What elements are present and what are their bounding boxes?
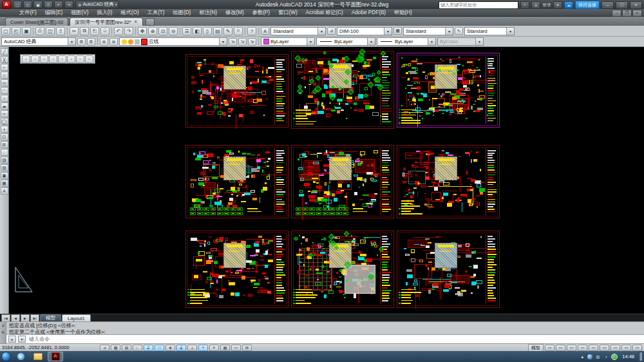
quick-calc-icon[interactable]: ⌗ — [234, 27, 243, 35]
mleader-style-dropdown[interactable]: Standard ▾ — [464, 27, 515, 35]
performance-tuner-button[interactable]: ▭ — [621, 345, 631, 351]
table-icon[interactable]: ▦ — [1, 180, 8, 187]
toolbar-icon-3[interactable]: ▫ — [40, 55, 48, 63]
stay-connected-button[interactable]: 保持连接 — [575, 1, 600, 9]
properties-icon[interactable]: ☰ — [182, 27, 191, 35]
tab-layout1[interactable]: Layout1 — [62, 314, 91, 322]
chevron-down-icon[interactable]: ▾ — [219, 38, 227, 45]
new-tab-button[interactable] — [146, 18, 155, 26]
redo-icon[interactable]: ↷ — [124, 27, 133, 35]
menu-item[interactable]: 编辑(E) — [45, 9, 62, 16]
open-icon[interactable]: ◰ — [23, 1, 32, 8]
command-recent-icon[interactable]: ▸ — [8, 336, 16, 343]
make-block-icon[interactable]: ⊞ — [1, 141, 8, 148]
new-icon[interactable]: ▢ — [1, 27, 10, 35]
object-snap-tracking-toggle[interactable]: ∡ — [176, 345, 186, 351]
exchange-apps-icon[interactable]: ✕ — [553, 1, 562, 9]
show-desktop-button[interactable] — [639, 352, 643, 361]
layer-previous-icon[interactable]: ⇲ — [238, 38, 247, 46]
taskbar-clock[interactable]: 14:48 — [620, 354, 637, 359]
floor-plan-row3-col2[interactable] — [291, 231, 394, 308]
lineweight-display-toggle[interactable]: ≡ — [209, 345, 219, 351]
color-dropdown[interactable]: ByLayer ▾ — [261, 37, 315, 46]
command-tools-icon[interactable]: ⚙ — [1, 330, 5, 334]
model-space-canvas[interactable]: ▫▫▫▫▫▫▫▫ — [9, 47, 644, 314]
drawing-minimize-button[interactable]: – — [612, 10, 621, 17]
menu-item[interactable]: Acrobat 标记(C) — [306, 9, 343, 16]
floor-plan-row1-col2[interactable] — [291, 51, 394, 129]
menu-item[interactable]: 修改(M) — [225, 9, 244, 16]
chevron-down-icon[interactable]: ▾ — [428, 38, 435, 45]
last-tab-button[interactable]: ▶| — [30, 314, 39, 322]
copy-icon[interactable]: ⧉ — [80, 27, 89, 35]
text-style-dropdown[interactable]: Standard ▾ — [270, 27, 326, 35]
region-icon[interactable]: ▣ — [1, 172, 8, 179]
hatch-icon[interactable]: ▨ — [1, 157, 8, 164]
workspace-settings-icon[interactable]: ⚙ — [77, 38, 86, 46]
taskbar-autocad[interactable]: A — [48, 352, 63, 361]
plot-icon[interactable]: ⎙ — [44, 1, 53, 8]
help-icon[interactable]: ? — [247, 27, 256, 35]
snap-mode-toggle[interactable]: ▦ — [111, 345, 120, 351]
dynamic-input-toggle[interactable]: + — [198, 345, 208, 351]
ellipse-icon[interactable]: ◯ — [1, 118, 8, 125]
toolbar-icon-2[interactable]: ▫ — [31, 55, 39, 63]
maximize-button[interactable]: □ — [616, 1, 628, 9]
pan-icon[interactable]: ✥ — [138, 27, 147, 35]
sheet-set-manager-icon[interactable]: ▤ — [213, 27, 222, 35]
lineweight-dropdown[interactable]: ByLayer ▾ — [377, 37, 436, 46]
floor-plan-row3-col3[interactable] — [397, 231, 500, 308]
circle-icon[interactable]: ○ — [1, 95, 8, 102]
insert-block-icon[interactable]: ⊡ — [1, 133, 8, 140]
quick-view-layouts-button[interactable]: ▭ — [556, 345, 565, 351]
arc-icon[interactable]: ◠ — [1, 87, 8, 94]
text-style-icon[interactable]: A — [261, 27, 269, 35]
search-icon[interactable]: ⌕ — [520, 1, 529, 9]
construction-line-icon[interactable]: ╳ — [1, 56, 8, 63]
ortho-mode-toggle[interactable]: ∟ — [133, 345, 142, 351]
polyline-icon[interactable]: ⌐ — [1, 64, 8, 71]
save-icon[interactable]: ▣ — [22, 27, 31, 35]
start-button[interactable] — [1, 352, 11, 361]
chevron-down-icon[interactable]: ▾ — [506, 28, 514, 35]
new-icon[interactable]: ▢ — [13, 1, 22, 8]
command-close-icon[interactable]: ✕ — [1, 323, 5, 328]
close-button[interactable]: × — [630, 1, 642, 9]
toolbar-icon-6[interactable]: ▫ — [67, 55, 75, 63]
table-style-icon[interactable]: ▦ — [393, 27, 402, 35]
quick-view-drawings-button[interactable]: ▭ — [545, 345, 554, 351]
layer-properties-icon[interactable]: ≣ — [100, 38, 108, 46]
minimize-button[interactable]: – — [601, 1, 614, 9]
open-icon[interactable]: ◰ — [12, 27, 21, 35]
layer-dropdown[interactable]: 云线 ▾ — [119, 37, 227, 46]
match-properties-icon[interactable]: ⌸ — [100, 27, 109, 35]
a360-tray-icon[interactable] — [587, 354, 592, 359]
gradient-icon[interactable]: ▧ — [1, 164, 8, 171]
transparency-toggle[interactable]: ▩ — [220, 345, 230, 351]
toolbar-icon-5[interactable]: ▫ — [58, 55, 66, 63]
workspace-quick-dropdown[interactable]: ⚙ AutoCAD 经典 ▾ — [75, 1, 119, 9]
cut-icon[interactable]: ✂ — [70, 27, 79, 35]
display-options-icon[interactable]: ⚙ — [87, 38, 95, 46]
polar-tracking-toggle[interactable]: ∠ — [144, 345, 153, 351]
command-input[interactable] — [28, 336, 642, 343]
menu-item[interactable]: 文件(F) — [19, 9, 37, 16]
menu-item[interactable]: 视图(V) — [71, 9, 88, 16]
toolbar-icon-4[interactable]: ▫ — [49, 55, 57, 63]
tool-palettes-icon[interactable]: ▯ — [203, 27, 212, 35]
clean-screen-button[interactable]: ▭ — [632, 345, 642, 351]
file-tab-2[interactable]: 深圳湾一号平面图rev-32*✕ — [70, 17, 142, 26]
workspace-switching-button[interactable]: ▭ — [600, 345, 609, 351]
tab-close-icon[interactable]: ✕ — [134, 19, 138, 24]
show-hidden-icons[interactable]: ▲ — [579, 354, 585, 359]
ellipse-arc-icon[interactable]: ◗ — [1, 126, 8, 133]
file-tab-1[interactable]: Cover Sheet[施工图]-02 — [5, 17, 68, 26]
quick-properties-toggle[interactable]: ▭ — [231, 345, 241, 351]
dim-style-dropdown[interactable]: DIM-100 ▾ — [337, 27, 392, 35]
drawing-restore-button[interactable]: ❐ — [622, 10, 632, 17]
dim-style-icon[interactable]: ⊿ — [327, 27, 336, 35]
3d-object-snap-toggle[interactable]: ◈ — [166, 345, 175, 351]
toolbar-lock-button[interactable]: ▭ — [611, 345, 620, 351]
chevron-down-icon[interactable]: ▾ — [68, 38, 75, 45]
zoom-previous-icon[interactable]: ⊖ — [169, 27, 178, 35]
